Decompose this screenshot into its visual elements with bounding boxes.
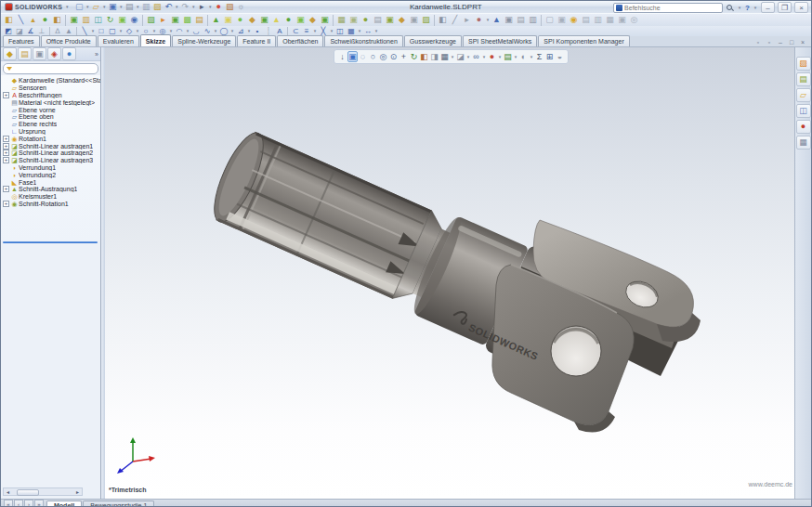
dimxpertmanager-tab-icon[interactable]: ◈: [47, 47, 61, 60]
edit-appearance-icon[interactable]: ●: [487, 51, 497, 62]
tree-item-schnitt-linear-austragen2[interactable]: + ◪ Schnitt-Linear austragen2: [3, 150, 100, 157]
solidworks-resources-icon[interactable]: ▨: [796, 57, 811, 71]
tool-icon[interactable]: ▥: [527, 15, 539, 26]
expand-toggle-icon[interactable]: +: [3, 201, 9, 207]
tool-icon[interactable]: ◆: [307, 15, 319, 26]
tool-icon[interactable]: ╲: [15, 15, 27, 26]
tree-item-ebene-rechts[interactable]: ▱ Ebene rechts: [3, 121, 100, 128]
3d-sketch-icon[interactable]: ◪: [14, 27, 25, 36]
trim-entities-icon[interactable]: ╳: [318, 27, 329, 36]
centerpoint-arc-icon[interactable]: ◠: [174, 27, 185, 36]
relations-icon[interactable]: ∆: [52, 27, 63, 36]
tab-spi-komponenten-manager[interactable]: SPI Komponenten Manager: [538, 35, 629, 46]
3d-drawing-view-icon[interactable]: ◨: [429, 51, 439, 62]
tab-spline-werkzeuge[interactable]: Spline-Werkzeuge: [172, 35, 236, 46]
tool-icon[interactable]: ●: [360, 15, 372, 26]
tool-icon[interactable]: ▸: [461, 15, 473, 26]
tree-item-material[interactable]: ▤ Material <nicht festgelegt>: [3, 98, 100, 106]
tool-icon[interactable]: ▩: [181, 15, 193, 26]
tree-item-beschriftungen[interactable]: + A Beschriftungen: [3, 92, 100, 99]
tool-icon[interactable]: ◧: [437, 15, 449, 26]
menu-caret-icon[interactable]: ▾: [64, 2, 70, 12]
tool-icon[interactable]: ▥: [80, 15, 92, 26]
undo-icon[interactable]: ↶: [163, 2, 174, 12]
panel-horizontal-scrollbar[interactable]: ◂ ▸: [3, 488, 83, 496]
options-icon[interactable]: ☼: [235, 2, 246, 12]
spline-icon[interactable]: ∿: [202, 27, 213, 36]
rollback-bar[interactable]: [3, 241, 98, 243]
save-icon[interactable]: ▣: [107, 2, 118, 12]
tab-spi-sheetmetalworks[interactable]: SPI SheetMetalWorks: [463, 35, 537, 46]
centerline-icon[interactable]: ┊: [263, 27, 274, 36]
tool-icon[interactable]: ▤: [372, 15, 384, 26]
tree-item-ursprung[interactable]: ∟ Ursprung: [3, 128, 100, 136]
scroll-left-icon[interactable]: ◂: [4, 488, 12, 495]
view-settings-icon[interactable]: ◐: [518, 51, 529, 62]
panel-overflow-chevron[interactable]: »: [95, 51, 98, 58]
equations-icon[interactable]: Σ: [534, 51, 544, 62]
section-view-icon[interactable]: ◧: [419, 51, 429, 62]
zoom-in-out-icon[interactable]: ○: [368, 51, 378, 62]
expand-toggle-icon[interactable]: +: [3, 186, 9, 192]
smart-dimension-icon[interactable]: ∡: [25, 27, 36, 36]
tool-icon[interactable]: ▣: [258, 15, 270, 26]
tree-item-fase1[interactable]: ◣ Fase1: [3, 178, 100, 186]
select-icon[interactable]: ▸: [196, 2, 207, 12]
expand-toggle-icon[interactable]: +: [3, 157, 9, 163]
tangent-arc-icon[interactable]: ◡: [190, 27, 202, 36]
appearances-icon[interactable]: ●: [796, 120, 811, 134]
model-tab-scroll-prev[interactable]: ‹: [14, 500, 23, 507]
tree-item-ebene-oben[interactable]: ▱ Ebene oben: [3, 113, 100, 121]
tree-item-schnitt-austragung1[interactable]: + ▲ Schnitt-Austragung1: [3, 186, 100, 193]
tab-office-produkte[interactable]: Office Produkte: [41, 35, 97, 46]
tool-icon[interactable]: ◉: [128, 15, 140, 26]
design-library-icon[interactable]: ▤: [796, 72, 811, 86]
tool-icon[interactable]: ▣: [116, 15, 128, 26]
tool-icon[interactable]: ▤: [580, 15, 592, 26]
viewport-dropdown-icon[interactable]: ↓: [337, 51, 347, 62]
model-tab-scroll-last[interactable]: »: [34, 500, 44, 507]
center-rectangle-icon[interactable]: ▢: [107, 27, 118, 36]
configurationmanager-tab-icon[interactable]: ▣: [33, 47, 46, 60]
tool-icon[interactable]: ╱: [449, 15, 461, 26]
tool-icon[interactable]: ◆: [396, 15, 408, 26]
copy-icon[interactable]: ▥: [140, 2, 151, 12]
search-icon[interactable]: [726, 4, 734, 12]
tool-icon[interactable]: ▧: [145, 15, 157, 26]
move-entities-icon[interactable]: ↔: [362, 27, 373, 36]
restore-button[interactable]: ❐: [778, 2, 792, 13]
tool-icon[interactable]: ▤: [193, 15, 205, 26]
command-search-input[interactable]: [624, 5, 720, 11]
tool-icon[interactable]: ●: [473, 15, 485, 26]
model-tab-scroll-first[interactable]: «: [4, 500, 13, 507]
tool-icon[interactable]: ◆: [246, 15, 258, 26]
text-icon[interactable]: A: [274, 27, 285, 36]
tree-item-schnitt-linear-austragen1[interactable]: + ◪ Schnitt-Linear austragen1: [3, 142, 100, 150]
apply-scene-icon[interactable]: ▤: [503, 51, 513, 62]
offset-entities-icon[interactable]: ≡: [301, 27, 312, 36]
solidworks-menu-button[interactable]: SOLIDWORKS ▾: [1, 2, 73, 12]
tree-item-schnitt-rotation1[interactable]: + ◉ Schnitt-Rotation1: [3, 201, 100, 208]
scrollbar-thumb[interactable]: [17, 489, 39, 496]
doc-window-icon-2[interactable]: ▫: [765, 38, 774, 46]
tree-item-schnitt-linear-austragen3[interactable]: + ◪ Schnitt-Linear austragen3: [3, 157, 100, 164]
tool-icon[interactable]: ●: [39, 15, 51, 26]
ellipse-icon[interactable]: ◯: [218, 27, 229, 36]
file-properties-icon[interactable]: ▧: [224, 2, 235, 12]
tree-item-rotation1[interactable]: + ◉ Rotation1: [3, 135, 100, 142]
help-button[interactable]: ?: [745, 4, 750, 12]
tool-icon[interactable]: ▣: [68, 15, 80, 26]
minimize-button[interactable]: –: [761, 2, 775, 13]
tool-icon[interactable]: ▣: [169, 15, 181, 26]
search-results-icon[interactable]: ◫: [796, 104, 811, 118]
tool-icon[interactable]: ▣: [616, 15, 628, 26]
help-caret-icon[interactable]: ▾: [753, 3, 758, 13]
paste-icon[interactable]: ▨: [151, 2, 163, 12]
tool-icon[interactable]: ▤: [515, 15, 527, 26]
expand-toggle-icon[interactable]: +: [3, 150, 9, 156]
point-icon[interactable]: •: [252, 27, 263, 36]
doc-close-button[interactable]: ×: [798, 38, 807, 46]
tool-icon[interactable]: ▣: [222, 15, 234, 26]
tree-item-sensoren[interactable]: ▱ Sensoren: [3, 84, 100, 92]
print-icon[interactable]: ▤: [124, 2, 135, 12]
